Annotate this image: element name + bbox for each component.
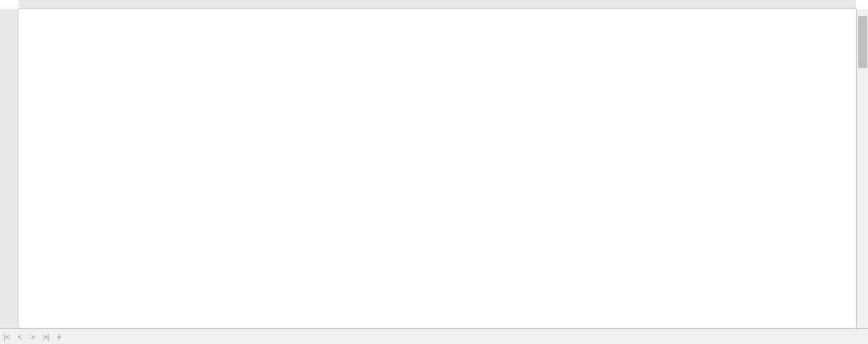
tab-next-icon[interactable]: > <box>26 333 39 341</box>
vertical-scrollbar[interactable] <box>856 9 868 328</box>
grid-area[interactable] <box>18 9 856 328</box>
tab-prev-icon[interactable]: < <box>13 333 26 341</box>
column-headers[interactable] <box>18 0 856 9</box>
row-headers[interactable] <box>0 9 18 328</box>
tab-first-icon[interactable]: |< <box>0 333 13 341</box>
tab-last-icon[interactable]: >| <box>39 333 53 341</box>
sheet-tabs-bar: |< < > >| + <box>0 328 868 344</box>
add-sheet-icon[interactable]: + <box>53 332 66 342</box>
scroll-thumb[interactable] <box>858 16 867 68</box>
spreadsheet: |< < > >| + <box>0 0 868 344</box>
